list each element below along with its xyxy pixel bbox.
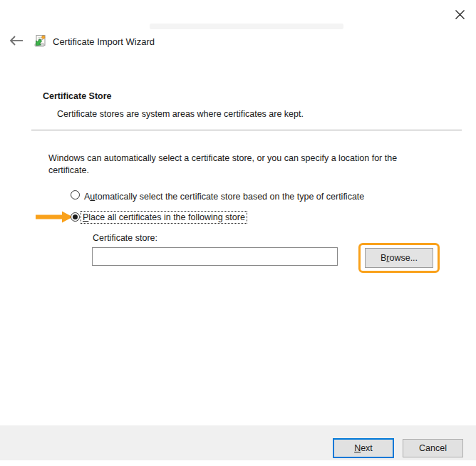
label-post: owse... bbox=[389, 253, 418, 263]
close-button[interactable] bbox=[452, 6, 467, 22]
label-post: ext bbox=[361, 443, 373, 453]
blurred-artifact bbox=[150, 24, 343, 29]
radio-place-all-certificates-label[interactable]: Place all certificates in the following … bbox=[81, 211, 247, 224]
close-icon bbox=[455, 9, 465, 20]
radio-place-all-certificates[interactable] bbox=[71, 212, 80, 222]
certificate-store-label: Certificate store: bbox=[93, 233, 157, 243]
wizard-title: Certificate Import Wizard bbox=[53, 36, 155, 47]
label-post: lace all certificates in the following s… bbox=[88, 212, 245, 222]
certificate-store-input[interactable] bbox=[92, 247, 338, 266]
certificate-import-icon bbox=[33, 33, 47, 48]
back-arrow-icon bbox=[9, 35, 24, 46]
cancel-button[interactable]: Cancel bbox=[403, 439, 463, 457]
annotation-arrow-icon bbox=[36, 211, 73, 223]
radio-selected-dot bbox=[73, 214, 78, 219]
next-button[interactable]: Next bbox=[333, 438, 394, 458]
radio-automatically-select-label[interactable]: Automatically select the certificate sto… bbox=[84, 192, 364, 202]
certificate-import-wizard-dialog: Certificate Import Wizard Certificate St… bbox=[0, 0, 476, 466]
radio-automatically-select[interactable] bbox=[71, 190, 80, 200]
label-mnemonic: N bbox=[354, 443, 361, 453]
label-post: tomatically select the certificate store… bbox=[95, 192, 364, 202]
back-button[interactable] bbox=[7, 33, 26, 48]
header-divider bbox=[31, 130, 462, 131]
browse-button[interactable]: Browse... bbox=[365, 248, 433, 268]
page-heading: Certificate Store bbox=[43, 91, 112, 101]
page-subheading: Certificate stores are system areas wher… bbox=[57, 109, 304, 119]
intro-text: Windows can automatically select a certi… bbox=[48, 152, 430, 177]
